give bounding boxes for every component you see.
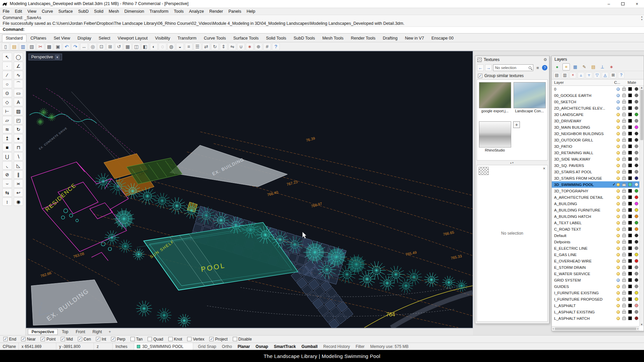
anchor-panel-icon[interactable]: ⊥ [599,63,606,70]
layer-row-guides[interactable]: GUIDES [552,283,644,290]
layer-visibility-bulb-icon[interactable] [616,126,620,129]
layer-color-swatch[interactable] [628,253,632,256]
layers-vertical-scrollbar[interactable]: ▲ ▼ [639,86,644,326]
layer-color-swatch[interactable] [628,304,632,307]
osnap-near[interactable]: ✓Near [21,337,36,342]
wireframe-display-icon[interactable]: ◌ [159,43,166,50]
new-viewport-icon[interactable]: + [109,329,111,334]
layer-lock-icon[interactable] [622,152,626,155]
column-layer[interactable]: Layer [552,80,614,84]
paste-icon[interactable]: ▣ [54,43,62,50]
osnap-tan[interactable]: Tan [130,337,143,342]
command-scrollbar[interactable]: ▲ ▼ [641,15,643,21]
layer-color-swatch[interactable] [628,195,632,199]
hatch-icon[interactable]: ▨ [14,107,23,115]
osnap-checkbox-project[interactable]: ✓ [209,337,214,341]
group-similar-row[interactable]: ✓ Group similar textures [475,72,549,79]
toolbar-tab-visibility[interactable]: Visibility [152,35,173,42]
osnap-project[interactable]: ✓Project [209,337,227,342]
layer-material-swatch[interactable] [635,221,638,225]
layer-visibility-bulb-icon[interactable] [616,215,620,218]
circle-icon[interactable]: ○ [2,80,12,88]
layer-lock-icon[interactable] [622,260,626,263]
layer-color-swatch[interactable] [628,100,632,104]
undo-icon[interactable]: ↶ [63,43,70,50]
layer-color-swatch[interactable] [628,157,632,161]
layer-color-swatch[interactable] [628,94,632,97]
layer-material-swatch[interactable] [635,125,638,129]
layer-color-swatch[interactable] [628,208,632,212]
preview-close-icon[interactable]: × [543,166,545,171]
layer-lock-icon[interactable] [622,114,626,116]
extrude-icon[interactable]: ↥ [2,134,12,142]
layer-row-e-storm-drain[interactable]: E_STORM DRAIN [552,264,644,270]
layer-visibility-bulb-icon[interactable] [616,266,620,269]
osnap-perp[interactable]: ✓Perp [111,337,125,342]
copy-icon[interactable]: ▩ [45,43,53,50]
layer-color-swatch[interactable] [628,132,632,135]
move-icon[interactable]: ⇄ [202,43,210,50]
layer-visibility-bulb-icon[interactable] [616,310,620,314]
osnap-vertex[interactable]: Vertex [187,337,204,342]
osnap-quad[interactable]: Quad [148,337,163,342]
polygon-icon[interactable]: ◇ [2,98,12,106]
osnap-checkbox-quad[interactable] [148,337,152,341]
layer-material-swatch[interactable] [635,151,638,155]
display-panel-icon[interactable]: ▦ [572,63,579,70]
viewport-tab-right[interactable]: Right [89,329,105,335]
osnap-checkbox-point[interactable]: ✓ [41,337,45,341]
viewport-tab-front[interactable]: Front [72,329,89,335]
layers-dialog-icon[interactable]: ≡ [185,43,193,50]
layer-visibility-bulb-icon[interactable] [616,119,620,123]
viewport-canvas[interactable]: RESIDENCE EX. BUILDING EX. BUILDING POOL… [26,51,473,328]
layer-material-swatch[interactable] [635,272,638,276]
osnap-mid[interactable]: ✓Mid [61,337,73,342]
libraries-panel-icon[interactable]: ▤ [590,63,597,70]
layer-visibility-bulb-icon[interactable] [616,304,620,307]
shaded-display-icon[interactable]: ◐ [150,43,158,50]
layer-visibility-bulb-icon[interactable] [616,279,620,282]
layer-row-3d-patio[interactable]: 3D_PATIO [552,143,644,149]
layer-row-l-asphalt[interactable]: L_ASPHALT [552,302,644,309]
menu-solid[interactable]: Solid [91,8,106,15]
layer-material-swatch[interactable] [635,176,638,180]
layer-color-swatch[interactable] [628,138,632,142]
layer-color-swatch[interactable] [628,113,632,116]
layer-row-3d-swimming-pool[interactable]: 3D_SWIMMING POOL✓ [552,181,644,188]
layer-color-swatch[interactable] [628,297,632,301]
layer-row-3d-side-walkway[interactable]: 3D_SIDE WALKWAY [552,156,644,162]
layer-lock-icon[interactable] [622,279,626,282]
layer-visibility-bulb-icon[interactable] [616,94,620,97]
osnap-point[interactable]: ✓Point [41,337,55,342]
layer-visibility-bulb-icon[interactable] [616,298,620,301]
layer-lock-icon[interactable] [622,311,626,314]
textures-help-icon[interactable]: ? [542,65,547,70]
layer-row-3d-driveway[interactable]: 3D_DRIVEWAY [552,118,644,124]
layer-material-swatch[interactable] [635,100,638,104]
filter-layers-icon[interactable]: ▽ [594,72,600,78]
select-pointer-icon[interactable]: ↖ [2,53,12,61]
layer-material-swatch[interactable] [635,253,638,256]
layer-visibility-bulb-icon[interactable] [616,317,620,320]
layer-color-swatch[interactable] [628,278,632,282]
notes-panel-icon[interactable]: ✎ [581,63,588,70]
layer-visibility-bulb-icon[interactable] [616,228,620,231]
layer-row-defpoints[interactable]: Defpoints [552,239,644,245]
layer-row-l-asphalt-existing[interactable]: L_ASPHALT EXISTING [552,309,644,315]
gumball-icon[interactable]: ◉ [14,197,23,206]
menu-render[interactable]: Render [207,8,226,15]
layer-visibility-bulb-icon[interactable] [616,145,620,148]
layer-material-swatch[interactable] [635,144,638,148]
current-layer-pane[interactable]: 3D_SWIMMING POOL [134,343,193,350]
cylinder-icon[interactable]: ⊓ [14,143,23,152]
texture-search-input[interactable]: No selection [493,64,533,71]
layer-row-00-sketch[interactable]: 00_SKETCH [552,99,644,105]
ellipse-icon[interactable]: ⊙ [2,89,12,97]
back-icon[interactable]: ← [477,64,484,71]
toolbar-tab-display[interactable]: Display [74,35,95,42]
layer-material-swatch[interactable] [635,316,638,320]
status-toggle-ortho[interactable]: Ortho [222,344,232,349]
viewport-title-chip[interactable]: Perspective ▾ [29,54,62,60]
scrollbar-thumb[interactable] [640,90,643,140]
layer-lock-icon[interactable] [622,305,626,307]
